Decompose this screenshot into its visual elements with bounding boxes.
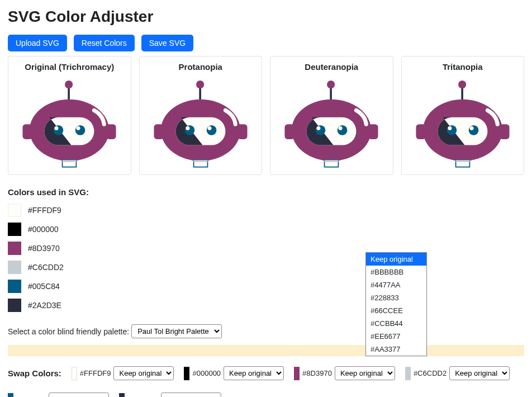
preview-card: Tritanopia	[401, 56, 525, 175]
preview-title: Deuteranopia	[305, 62, 358, 72]
svg-point-13	[196, 81, 204, 88]
swap-colors-heading: Swap Colors:	[8, 368, 61, 378]
svg-point-42	[446, 125, 457, 135]
svg-point-20	[206, 125, 216, 135]
svg-point-9	[77, 126, 80, 130]
preview-title: Tritanopia	[443, 62, 483, 72]
color-list: #FFFDF9#000000#8D3970#C6CDD2#005C84#2A2D…	[8, 204, 524, 312]
dropdown-option[interactable]: #66CCEE	[366, 304, 426, 317]
color-row: #FFFDF9	[8, 204, 524, 217]
color-swatch	[8, 280, 21, 293]
robot-icon	[281, 81, 382, 170]
palette-select[interactable]: Paul Tol Bright Palette	[131, 324, 222, 338]
swap-item: #2A2D3EKeep original	[119, 393, 222, 397]
color-hex-label: #FFFDF9	[28, 206, 61, 215]
upload-svg-button[interactable]: Upload SVG	[8, 35, 67, 51]
svg-point-18	[184, 125, 194, 135]
palette-bar	[8, 345, 524, 356]
swap-hex-label: #000000	[192, 369, 221, 377]
toolbar: Upload SVG Reset Colors Save SVG	[8, 35, 524, 51]
preview-card: Deuteranopia	[270, 56, 393, 175]
svg-point-25	[327, 81, 335, 88]
swap-swatch	[8, 393, 13, 398]
svg-point-45	[469, 126, 473, 130]
color-swatch	[8, 204, 21, 217]
swap-select[interactable]: Keep original	[113, 366, 174, 380]
swap-swatch	[72, 367, 77, 380]
svg-point-43	[448, 126, 452, 130]
dropdown-option[interactable]: #AA3377	[366, 343, 426, 356]
robot-icon	[19, 81, 120, 170]
svg-point-19	[186, 126, 189, 130]
color-hex-label: #005C84	[28, 282, 60, 291]
dropdown-option[interactable]: #BBBBBB	[366, 266, 426, 278]
color-swatch	[8, 223, 21, 236]
page-title: SVG Color Adjuster	[8, 8, 524, 26]
svg-rect-35	[325, 160, 339, 162]
swap-select[interactable]: Keep original	[449, 366, 510, 380]
svg-point-37	[458, 81, 466, 88]
svg-point-8	[75, 125, 86, 135]
dropdown-option[interactable]: #EE6677	[366, 330, 426, 343]
swap-item: #FFFDF9Keep original	[72, 366, 174, 380]
dropdown-option[interactable]: #CCBB44	[366, 317, 426, 330]
swap-hex-label: #FFFDF9	[80, 369, 111, 377]
preview-row: Original (Trichromacy) Protanopia	[8, 56, 524, 175]
swap-hex-label: #8D3970	[302, 369, 332, 377]
swap-select-dropdown[interactable]: Keep original#BBBBBB#4477AA#228833#66CCE…	[365, 252, 427, 356]
color-swatch	[8, 242, 21, 255]
svg-point-21	[207, 126, 211, 130]
colors-used-heading: Colors used in SVG:	[8, 187, 524, 197]
color-swatch	[8, 261, 21, 274]
color-hex-label: #C6CDD2	[28, 263, 64, 272]
palette-row: Select a color blind friendly palette: P…	[8, 324, 524, 338]
reset-colors-button[interactable]: Reset Colors	[74, 35, 135, 51]
svg-point-31	[317, 126, 321, 130]
color-hex-label: #000000	[28, 225, 59, 234]
color-row: #2A2D3E	[8, 299, 524, 312]
color-row: #000000	[8, 223, 524, 236]
swap-swatch	[294, 367, 300, 380]
swap-hex-label: #C6CDD2	[414, 369, 446, 377]
svg-point-32	[338, 125, 348, 135]
svg-point-30	[316, 125, 326, 135]
color-row: #8D3970	[8, 242, 524, 255]
preview-title: Original (Trichromacy)	[25, 62, 114, 72]
swap-item: #8D3970Keep original	[294, 366, 395, 380]
swap-select[interactable]: Keep original	[49, 393, 109, 397]
swap-select[interactable]: Keep original	[224, 366, 284, 380]
swap-swatch	[119, 393, 125, 398]
color-row: #C6CDD2	[8, 261, 524, 274]
color-row: #005C84	[8, 280, 524, 293]
swap-item: #C6CDD2Keep original	[405, 366, 510, 380]
svg-point-7	[55, 126, 59, 130]
swap-swatch	[405, 367, 411, 380]
svg-point-33	[339, 126, 343, 130]
color-hex-label: #8D3970	[28, 244, 60, 253]
color-hex-label: #2A2D3E	[28, 301, 61, 310]
swap-select[interactable]: Keep original	[161, 393, 221, 397]
preview-title: Protanopia	[179, 62, 222, 72]
dropdown-option[interactable]: #228833	[366, 291, 426, 304]
svg-rect-47	[455, 160, 469, 162]
svg-point-44	[468, 125, 478, 135]
svg-point-1	[65, 81, 73, 88]
palette-label: Select a color blind friendly palette:	[8, 327, 129, 336]
svg-rect-23	[193, 160, 207, 162]
preview-card: Original (Trichromacy)	[8, 56, 131, 175]
swap-swatch	[184, 367, 189, 380]
dropdown-option[interactable]: Keep original	[366, 253, 426, 266]
swap-item: #000000Keep original	[184, 366, 284, 380]
svg-rect-11	[63, 160, 77, 162]
swap-line: Swap Colors: #FFFDF9Keep original#000000…	[8, 366, 524, 397]
color-swatch	[8, 299, 21, 312]
dropdown-option[interactable]: #4477AA	[366, 278, 426, 291]
robot-icon	[150, 81, 251, 170]
swap-item: #005C84Keep original	[8, 393, 109, 397]
preview-card: Protanopia	[139, 56, 263, 175]
save-svg-button[interactable]: Save SVG	[141, 35, 193, 51]
svg-point-6	[54, 125, 64, 135]
swap-select[interactable]: Keep original	[335, 366, 395, 380]
robot-icon	[412, 81, 513, 170]
